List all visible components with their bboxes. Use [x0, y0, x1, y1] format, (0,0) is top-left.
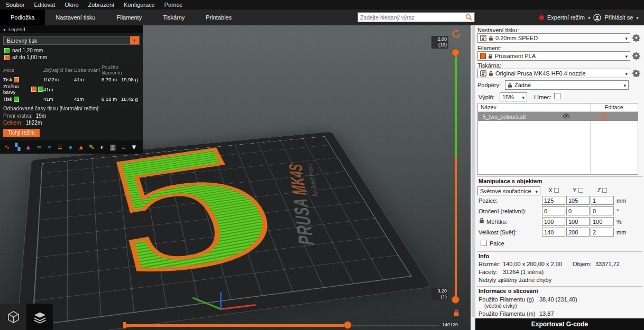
object-row-selected[interactable]: 5_two_colours.stl — [478, 112, 638, 121]
speed-icon[interactable]: ≈ — [44, 142, 54, 152]
printer-select[interactable]: Original Prusa MK4S HF0.4 nozzle — [477, 69, 630, 78]
color-swatch-orange — [31, 87, 36, 92]
search-icon[interactable] — [465, 14, 472, 21]
color-changes-icon[interactable]: ▲ — [76, 142, 86, 152]
axis-z-label: Z — [597, 187, 601, 193]
position-z-input[interactable] — [591, 196, 614, 205]
rotation-z-input[interactable] — [591, 206, 614, 215]
search-input[interactable] — [360, 14, 464, 21]
3d-viewport[interactable]: 5 PRUSA MK4S by Josef Prusa Legend Barev… — [0, 25, 471, 330]
coordinate-system-value: Světové souřadnice — [480, 188, 531, 194]
axis-drop-icon[interactable] — [578, 188, 583, 193]
export-gcode-button[interactable]: Exportovat G-code — [475, 318, 644, 330]
chevron-down-icon[interactable] — [588, 14, 591, 21]
filament-gear-button[interactable] — [632, 52, 641, 61]
layer-slider-lower-handle[interactable] — [452, 296, 459, 304]
flow-icon[interactable]: ≈ — [34, 142, 44, 152]
legend-view-value: Barevný tisk — [4, 37, 37, 44]
legend-header[interactable]: Legend — [0, 25, 143, 33]
remaining-value: 41m — [43, 87, 74, 92]
editor-view-button[interactable] — [0, 304, 26, 330]
custom-gcode-icon[interactable]: ✎ — [87, 142, 97, 152]
layer-slider-track[interactable] — [455, 53, 457, 300]
uniform-scale-lock-icon[interactable] — [479, 218, 484, 224]
combo-arrow-icon[interactable] — [625, 53, 628, 59]
inches-checkbox[interactable] — [481, 240, 487, 246]
print-settings-select[interactable]: 0.20mm SPEED — [477, 33, 630, 43]
scale-z-input[interactable] — [591, 217, 614, 226]
login-button[interactable]: Přihlásit se — [604, 14, 633, 21]
scrollbar-thumb[interactable] — [472, 26, 475, 317]
travels-icon[interactable]: ∿ — [2, 142, 12, 152]
filament-select[interactable]: Prusament PLA — [477, 51, 630, 61]
tab-nastaveni-tisku[interactable]: Nastavení tisku — [45, 10, 106, 25]
menu-soubor[interactable]: Soubor — [1, 0, 29, 10]
preview-view-button[interactable] — [26, 304, 53, 330]
supports-select[interactable]: Žádné — [505, 80, 629, 90]
coordinate-system-select[interactable]: Světové souřadnice — [477, 186, 540, 195]
combo-arrow-icon[interactable] — [535, 188, 538, 194]
tool-marker-icon[interactable]: ◐ — [97, 142, 107, 152]
menu-zobrazeni[interactable]: Zobrazení — [84, 0, 119, 10]
filament-m-value: 13,87 — [539, 310, 554, 317]
profile-icon — [480, 35, 486, 41]
shells-icon[interactable]: ▦ — [108, 142, 118, 152]
seams-icon[interactable]: ▲ — [23, 142, 33, 152]
color-swatch-green — [4, 48, 10, 53]
printer-gear-button[interactable] — [632, 69, 641, 78]
printhead-icon[interactable]: ▼ — [129, 142, 139, 152]
stealth-mode-button[interactable]: Tichý režim — [3, 129, 40, 137]
tab-podlozka[interactable]: Podložka — [0, 10, 45, 25]
print-settings-value: 0.20mm SPEED — [495, 35, 538, 41]
rotation-x-input[interactable] — [542, 206, 565, 215]
chevron-down-icon[interactable] — [636, 14, 639, 21]
position-y-input[interactable] — [566, 196, 590, 205]
position-x-input[interactable] — [542, 196, 565, 205]
wipe-icon[interactable]: ● — [66, 142, 76, 152]
axis-drop-icon[interactable] — [602, 188, 607, 193]
print-settings-gear-button[interactable] — [632, 34, 641, 43]
menu-okno[interactable]: Okno — [60, 0, 83, 10]
scale-y-input[interactable] — [566, 217, 590, 226]
object-settings-icon[interactable] — [600, 114, 606, 119]
layer-slider-upper-handle[interactable] — [452, 49, 459, 56]
combo-arrow-icon[interactable] — [623, 82, 626, 88]
tab-filamenty[interactable]: Filamenty — [106, 10, 152, 25]
size-z-input[interactable] — [591, 228, 614, 237]
table-row: Tisk 41m 41m 6,18 m 18,42 g — [0, 96, 143, 102]
scale-x-input[interactable] — [542, 217, 565, 226]
menu-pomoc[interactable]: Pomoc — [160, 0, 187, 10]
move-slider-handle[interactable] — [344, 321, 352, 329]
reset-layer-range-icon[interactable] — [452, 29, 461, 39]
legend-view-select[interactable]: Barevný tisk — [3, 36, 140, 45]
infill-select[interactable]: 15% — [500, 92, 527, 101]
menu-editovat[interactable]: Editovat — [29, 0, 60, 10]
filament-length: 6,18 m — [102, 96, 117, 102]
move-slider-left-cap[interactable] — [123, 322, 126, 328]
filament-length: 6,70 m — [102, 77, 117, 82]
rotation-y-input[interactable] — [566, 206, 590, 215]
retractions-icon[interactable]: ⇊ — [55, 142, 65, 152]
position-unit: mm — [617, 197, 626, 204]
combo-arrow-icon[interactable] — [625, 35, 628, 41]
menu-konfigurace[interactable]: Konfigurace — [119, 0, 160, 10]
legend-lines-icon[interactable]: ≡ — [118, 142, 128, 152]
combo-arrow-icon[interactable] — [522, 94, 525, 100]
axis-z-blue — [220, 292, 222, 308]
size-x-input[interactable] — [542, 228, 565, 237]
eye-visibility-icon[interactable] — [563, 114, 570, 119]
section-divider — [477, 251, 642, 252]
axis-drop-icon[interactable] — [554, 188, 559, 193]
collapse-triangle-icon[interactable] — [3, 26, 6, 32]
tab-tiskarny[interactable]: Tiskárny — [152, 10, 195, 25]
mode-selector-label[interactable]: Expertní režim — [547, 14, 585, 21]
combo-arrow-icon[interactable] — [625, 70, 628, 77]
size-y-input[interactable] — [566, 228, 590, 237]
brim-checkbox[interactable] — [554, 93, 560, 99]
gear-icon — [632, 69, 640, 77]
tab-printables[interactable]: Printables — [195, 10, 242, 25]
dropdown-arrow-icon[interactable] — [130, 36, 139, 44]
sidebar-scrollbar[interactable] — [471, 25, 475, 330]
tool-colors-icon[interactable]: ▚ — [13, 142, 23, 152]
layer-slider-lock-icon[interactable] — [453, 309, 459, 317]
